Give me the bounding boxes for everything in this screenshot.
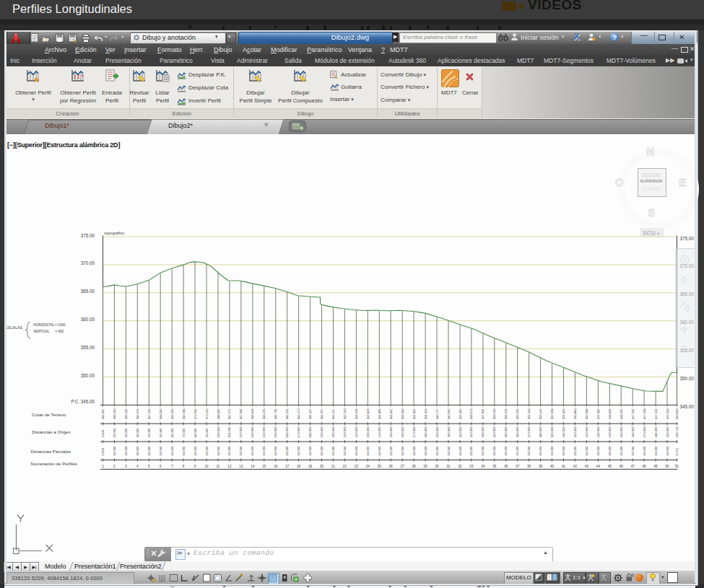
svg-text:170.000: 170.000 [297, 426, 300, 438]
svg-text:10.000: 10.000 [205, 446, 209, 455]
svg-text:364.317: 364.317 [308, 408, 312, 420]
svg-text:380.000: 380.000 [539, 426, 542, 438]
svg-text:367.081: 367.081 [239, 408, 243, 420]
svg-text:0.000: 0.000 [101, 429, 105, 437]
svg-text:12: 12 [227, 465, 232, 468]
svg-text:topografico: topografico [105, 231, 125, 235]
svg-text:42: 42 [573, 465, 578, 468]
svg-text:10.000: 10.000 [608, 446, 612, 455]
svg-text:358.673: 358.673 [469, 408, 473, 420]
svg-text:30.000: 30.000 [136, 428, 139, 437]
svg-text:350.068: 350.068 [585, 408, 588, 420]
svg-text:6.741: 6.741 [675, 447, 679, 455]
svg-text:60.000: 60.000 [170, 428, 174, 437]
svg-text:349.382: 349.382 [596, 408, 600, 420]
svg-text:360.000: 360.000 [516, 426, 519, 438]
svg-text:140.000: 140.000 [262, 426, 266, 438]
svg-text:400.000: 400.000 [562, 426, 565, 438]
svg-text:350.000: 350.000 [504, 426, 508, 438]
svg-text:10.000: 10.000 [217, 446, 220, 455]
svg-text:230.000: 230.000 [366, 426, 370, 438]
svg-text:366.576: 366.576 [136, 408, 139, 420]
svg-text:23: 23 [355, 465, 359, 468]
svg-text:10: 10 [204, 465, 209, 468]
svg-text:351.695: 351.695 [562, 408, 565, 420]
svg-text:367.254: 367.254 [147, 408, 151, 420]
svg-text:10.000: 10.000 [562, 446, 565, 455]
svg-text:366.648: 366.648 [251, 408, 254, 420]
svg-text:Distancias a Origen: Distancias a Origen [32, 429, 71, 434]
svg-text:10.000: 10.000 [113, 446, 116, 455]
svg-text:15: 15 [262, 465, 266, 468]
svg-text:10.000: 10.000 [239, 446, 243, 455]
svg-text:310.000: 310.000 [459, 426, 462, 438]
svg-text:Distancias Parciales: Distancias Parciales [31, 449, 71, 454]
svg-text:10.000: 10.000 [550, 446, 554, 455]
svg-text:10.000: 10.000 [159, 446, 162, 455]
svg-text:370.00: 370.00 [81, 260, 95, 266]
svg-text:367.179: 367.179 [227, 408, 231, 420]
svg-text:345.00: 345.00 [680, 404, 695, 409]
svg-text:100.000: 100.000 [217, 426, 220, 438]
svg-text:Numeración de Perfiles: Numeración de Perfiles [31, 461, 77, 466]
svg-text:P.C. 345.00: P.C. 345.00 [71, 399, 95, 404]
svg-text:366.400: 366.400 [113, 408, 116, 420]
svg-text:352.508: 352.508 [550, 408, 554, 420]
svg-text:ESCALAS: ESCALAS [5, 325, 22, 330]
svg-text:5: 5 [148, 465, 150, 468]
svg-text:10.000: 10.000 [539, 446, 542, 455]
svg-text:10.000: 10.000 [285, 446, 289, 455]
svg-text:362.150: 362.150 [343, 408, 347, 420]
svg-text:10.000: 10.000 [251, 446, 254, 455]
svg-text:10.000: 10.000 [424, 446, 427, 455]
svg-text:10.000: 10.000 [654, 446, 658, 455]
svg-text:347.558: 347.558 [643, 408, 646, 420]
svg-text:4: 4 [136, 465, 139, 468]
svg-text:70.000: 70.000 [182, 428, 186, 437]
svg-text:430.000: 430.000 [596, 426, 600, 438]
svg-text:10.000: 10.000 [366, 446, 370, 455]
svg-text:270.000: 270.000 [412, 426, 416, 438]
svg-text:390.000: 390.000 [550, 426, 554, 438]
svg-text:360.727: 360.727 [435, 408, 439, 420]
svg-text:160.000: 160.000 [285, 426, 289, 438]
svg-text:10.000: 10.000 [227, 446, 231, 455]
svg-text:8: 8 [183, 465, 185, 468]
svg-text:361.865: 361.865 [378, 408, 381, 420]
svg-text:46: 46 [620, 465, 624, 468]
svg-text:460.000: 460.000 [631, 426, 635, 438]
svg-text:48: 48 [643, 465, 647, 468]
svg-text:180.000: 180.000 [308, 426, 312, 438]
svg-text:365.781: 365.781 [274, 408, 277, 420]
svg-text:355.295: 355.295 [516, 408, 519, 420]
svg-text:44: 44 [596, 465, 601, 468]
svg-text:320.000: 320.000 [469, 426, 473, 438]
svg-text:31: 31 [446, 465, 451, 468]
svg-text:369.355: 369.355 [170, 408, 174, 420]
svg-text:1: 1 [102, 465, 104, 468]
svg-text:51: 51 [675, 465, 679, 468]
svg-text:355.00: 355.00 [81, 345, 95, 350]
svg-text:361.843: 361.843 [366, 408, 370, 420]
svg-text:375.00: 375.00 [81, 233, 95, 238]
svg-text:369.986: 369.986 [182, 408, 186, 420]
svg-text:357.814: 357.814 [481, 408, 484, 420]
svg-text:190.000: 190.000 [320, 426, 323, 438]
svg-text:10.000: 10.000 [170, 446, 174, 455]
svg-text:22: 22 [343, 465, 347, 468]
svg-text:410.000: 410.000 [573, 426, 577, 438]
svg-text:10.000: 10.000 [113, 428, 116, 437]
svg-text:348.849: 348.849 [608, 408, 612, 420]
svg-text:19: 19 [308, 465, 313, 468]
svg-text:362.907: 362.907 [320, 408, 323, 420]
svg-text:7: 7 [171, 465, 173, 468]
svg-text:10.000: 10.000 [331, 446, 335, 455]
svg-text:10.000: 10.000 [492, 446, 496, 455]
svg-text:10.000: 10.000 [262, 446, 266, 455]
svg-text:368.605: 368.605 [217, 408, 220, 420]
svg-text:27: 27 [401, 465, 405, 468]
svg-text:17: 17 [285, 465, 290, 468]
svg-text:21: 21 [331, 465, 336, 468]
svg-text:370.504: 370.504 [194, 408, 197, 420]
svg-text:340.000: 340.000 [492, 426, 496, 438]
